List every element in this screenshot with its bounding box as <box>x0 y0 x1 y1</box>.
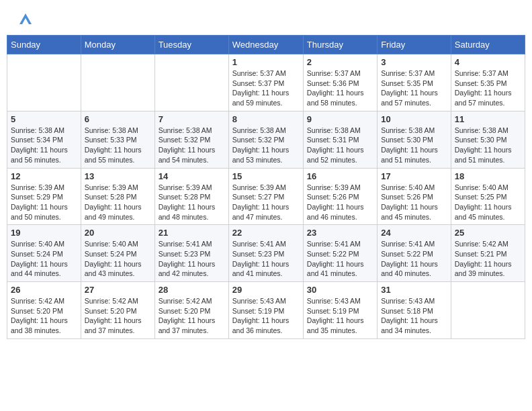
calendar-week-row: 12Sunrise: 5:39 AM Sunset: 5:29 PM Dayli… <box>7 168 525 225</box>
day-info: Sunrise: 5:43 AM Sunset: 5:18 PM Dayligh… <box>381 296 447 336</box>
day-info: Sunrise: 5:40 AM Sunset: 5:24 PM Dayligh… <box>85 239 151 279</box>
day-info: Sunrise: 5:40 AM Sunset: 5:25 PM Dayligh… <box>455 183 521 222</box>
calendar-cell: 30Sunrise: 5:43 AM Sunset: 5:19 PM Dayli… <box>303 282 377 339</box>
calendar-cell: 7Sunrise: 5:38 AM Sunset: 5:32 PM Daylig… <box>154 111 228 168</box>
day-number: 4 <box>455 57 521 67</box>
weekday-header: Wednesday <box>228 36 303 54</box>
day-number: 3 <box>381 57 447 67</box>
calendar-cell: 23Sunrise: 5:41 AM Sunset: 5:22 PM Dayli… <box>303 225 377 282</box>
calendar-cell: 1Sunrise: 5:37 AM Sunset: 5:37 PM Daylig… <box>228 54 303 111</box>
day-info: Sunrise: 5:41 AM Sunset: 5:22 PM Dayligh… <box>307 239 373 279</box>
day-info: Sunrise: 5:38 AM Sunset: 5:30 PM Dayligh… <box>381 126 447 165</box>
day-number: 13 <box>85 171 151 181</box>
calendar-cell: 6Sunrise: 5:38 AM Sunset: 5:33 PM Daylig… <box>81 111 154 168</box>
calendar-cell <box>451 282 525 339</box>
day-number: 21 <box>159 228 225 238</box>
calendar-cell: 11Sunrise: 5:38 AM Sunset: 5:30 PM Dayli… <box>451 111 525 168</box>
day-info: Sunrise: 5:38 AM Sunset: 5:32 PM Dayligh… <box>159 126 225 165</box>
calendar-table: SundayMondayTuesdayWednesdayThursdayFrid… <box>7 35 525 339</box>
calendar-cell: 9Sunrise: 5:38 AM Sunset: 5:31 PM Daylig… <box>303 111 377 168</box>
calendar-cell <box>81 54 154 111</box>
day-number: 15 <box>232 171 300 181</box>
day-number: 25 <box>455 228 521 238</box>
day-info: Sunrise: 5:41 AM Sunset: 5:23 PM Dayligh… <box>232 239 300 279</box>
day-info: Sunrise: 5:43 AM Sunset: 5:19 PM Dayligh… <box>307 296 373 336</box>
calendar-cell: 21Sunrise: 5:41 AM Sunset: 5:23 PM Dayli… <box>154 225 228 282</box>
day-number: 6 <box>85 114 151 124</box>
day-number: 5 <box>11 114 77 124</box>
calendar-cell: 22Sunrise: 5:41 AM Sunset: 5:23 PM Dayli… <box>228 225 303 282</box>
day-info: Sunrise: 5:37 AM Sunset: 5:35 PM Dayligh… <box>381 68 447 108</box>
weekday-header: Friday <box>378 36 451 54</box>
calendar-week-row: 5Sunrise: 5:38 AM Sunset: 5:34 PM Daylig… <box>7 111 525 168</box>
day-info: Sunrise: 5:41 AM Sunset: 5:23 PM Dayligh… <box>159 239 225 279</box>
page-header <box>7 7 525 32</box>
day-info: Sunrise: 5:39 AM Sunset: 5:26 PM Dayligh… <box>307 183 373 222</box>
calendar-cell: 19Sunrise: 5:40 AM Sunset: 5:24 PM Dayli… <box>7 225 81 282</box>
calendar-cell <box>154 54 228 111</box>
day-info: Sunrise: 5:37 AM Sunset: 5:37 PM Dayligh… <box>232 68 300 108</box>
day-info: Sunrise: 5:38 AM Sunset: 5:31 PM Dayligh… <box>307 126 373 165</box>
day-number: 29 <box>232 285 300 295</box>
day-info: Sunrise: 5:40 AM Sunset: 5:26 PM Dayligh… <box>381 183 447 222</box>
calendar-cell: 2Sunrise: 5:37 AM Sunset: 5:36 PM Daylig… <box>303 54 377 111</box>
logo <box>17 13 33 28</box>
calendar-cell: 20Sunrise: 5:40 AM Sunset: 5:24 PM Dayli… <box>81 225 154 282</box>
day-info: Sunrise: 5:39 AM Sunset: 5:27 PM Dayligh… <box>232 183 300 222</box>
weekday-header: Monday <box>81 36 154 54</box>
day-number: 16 <box>307 171 373 181</box>
calendar-cell: 29Sunrise: 5:43 AM Sunset: 5:19 PM Dayli… <box>228 282 303 339</box>
day-number: 20 <box>85 228 151 238</box>
day-info: Sunrise: 5:39 AM Sunset: 5:29 PM Dayligh… <box>11 183 77 222</box>
day-number: 24 <box>381 228 447 238</box>
day-info: Sunrise: 5:40 AM Sunset: 5:24 PM Dayligh… <box>11 239 77 279</box>
calendar-week-row: 1Sunrise: 5:37 AM Sunset: 5:37 PM Daylig… <box>7 54 525 111</box>
day-info: Sunrise: 5:42 AM Sunset: 5:20 PM Dayligh… <box>159 296 225 336</box>
day-number: 11 <box>455 114 521 124</box>
day-number: 14 <box>159 171 225 181</box>
calendar-week-row: 19Sunrise: 5:40 AM Sunset: 5:24 PM Dayli… <box>7 225 525 282</box>
day-number: 12 <box>11 171 77 181</box>
calendar-cell <box>7 54 81 111</box>
day-info: Sunrise: 5:39 AM Sunset: 5:28 PM Dayligh… <box>159 183 225 222</box>
calendar-cell: 18Sunrise: 5:40 AM Sunset: 5:25 PM Dayli… <box>451 168 525 225</box>
weekday-header: Thursday <box>303 36 377 54</box>
day-info: Sunrise: 5:38 AM Sunset: 5:32 PM Dayligh… <box>232 126 300 165</box>
calendar-cell: 4Sunrise: 5:37 AM Sunset: 5:35 PM Daylig… <box>451 54 525 111</box>
calendar-week-row: 26Sunrise: 5:42 AM Sunset: 5:20 PM Dayli… <box>7 282 525 339</box>
day-number: 22 <box>232 228 300 238</box>
calendar-cell: 13Sunrise: 5:39 AM Sunset: 5:28 PM Dayli… <box>81 168 154 225</box>
calendar-cell: 26Sunrise: 5:42 AM Sunset: 5:20 PM Dayli… <box>7 282 81 339</box>
day-number: 30 <box>307 285 373 295</box>
day-info: Sunrise: 5:42 AM Sunset: 5:21 PM Dayligh… <box>455 239 521 279</box>
calendar-cell: 17Sunrise: 5:40 AM Sunset: 5:26 PM Dayli… <box>378 168 451 225</box>
day-number: 8 <box>232 114 300 124</box>
day-number: 18 <box>455 171 521 181</box>
day-number: 27 <box>85 285 151 295</box>
day-info: Sunrise: 5:38 AM Sunset: 5:33 PM Dayligh… <box>85 126 151 165</box>
day-info: Sunrise: 5:42 AM Sunset: 5:20 PM Dayligh… <box>11 296 77 336</box>
calendar-cell: 31Sunrise: 5:43 AM Sunset: 5:18 PM Dayli… <box>378 282 451 339</box>
calendar-cell: 14Sunrise: 5:39 AM Sunset: 5:28 PM Dayli… <box>154 168 228 225</box>
day-number: 26 <box>11 285 77 295</box>
day-number: 19 <box>11 228 77 238</box>
weekday-header: Tuesday <box>154 36 228 54</box>
day-number: 1 <box>232 57 300 67</box>
calendar-cell: 10Sunrise: 5:38 AM Sunset: 5:30 PM Dayli… <box>378 111 451 168</box>
logo-icon <box>18 12 33 26</box>
calendar-cell: 8Sunrise: 5:38 AM Sunset: 5:32 PM Daylig… <box>228 111 303 168</box>
day-info: Sunrise: 5:43 AM Sunset: 5:19 PM Dayligh… <box>232 296 300 336</box>
calendar-cell: 27Sunrise: 5:42 AM Sunset: 5:20 PM Dayli… <box>81 282 154 339</box>
calendar-cell: 12Sunrise: 5:39 AM Sunset: 5:29 PM Dayli… <box>7 168 81 225</box>
day-number: 31 <box>381 285 447 295</box>
day-info: Sunrise: 5:37 AM Sunset: 5:35 PM Dayligh… <box>455 68 521 108</box>
day-info: Sunrise: 5:42 AM Sunset: 5:20 PM Dayligh… <box>85 296 151 336</box>
day-number: 10 <box>381 114 447 124</box>
day-number: 2 <box>307 57 373 67</box>
day-info: Sunrise: 5:39 AM Sunset: 5:28 PM Dayligh… <box>85 183 151 222</box>
day-info: Sunrise: 5:37 AM Sunset: 5:36 PM Dayligh… <box>307 68 373 108</box>
day-info: Sunrise: 5:38 AM Sunset: 5:30 PM Dayligh… <box>455 126 521 165</box>
day-number: 7 <box>159 114 225 124</box>
weekday-header: Saturday <box>451 36 525 54</box>
day-number: 23 <box>307 228 373 238</box>
